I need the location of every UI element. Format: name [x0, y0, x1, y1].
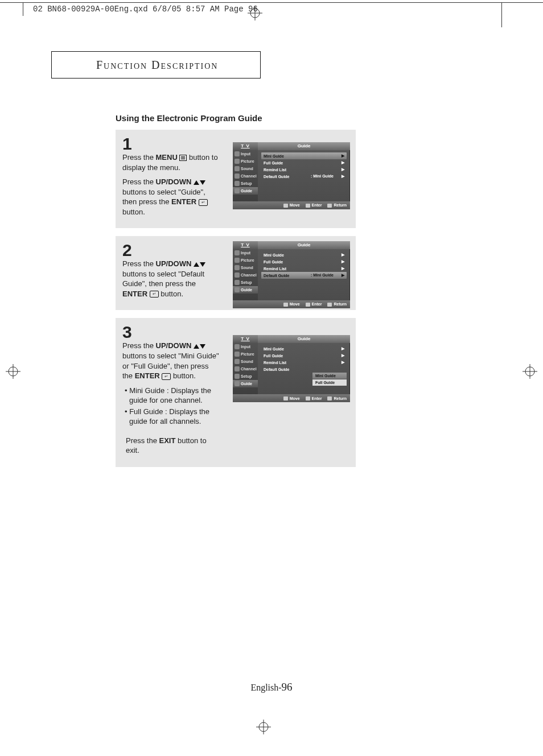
osd-title: Guide	[258, 335, 350, 343]
osd-screenshot: T VGuideInputPictureSoundChannelSetupGui…	[233, 142, 350, 209]
osd-side-item: Setup	[233, 180, 258, 187]
osd-menu-item: Remind List▶	[261, 166, 347, 173]
osd-footer-hint: Enter	[306, 203, 322, 208]
osd-menu-item: Default Guide	[261, 366, 347, 373]
osd-content: Mini Guide▶Full Guide▶Remind List▶Defaul…	[258, 343, 350, 394]
up-arrow-icon	[194, 262, 199, 267]
step-text: Press the MENU button to display the men…	[122, 152, 219, 217]
osd-menu-item: Mini Guide▶	[261, 152, 347, 159]
osd-footer: MoveEnterReturn	[233, 300, 350, 308]
page-footer: English-96	[0, 681, 543, 693]
osd-screenshot: T VGuideInputPictureSoundChannelSetupGui…	[233, 241, 350, 308]
enter-icon: ↵	[162, 373, 171, 380]
osd-content: Mini Guide▶Full Guide▶Remind List▶Defaul…	[258, 249, 350, 300]
step-text: Press the UP/DOWN buttons to select "Def…	[122, 259, 219, 299]
osd-footer: MoveEnterReturn	[233, 201, 350, 209]
osd-submenu-item: Full Guide	[312, 379, 347, 386]
down-arrow-icon	[200, 262, 205, 267]
osd-side-item: Picture	[233, 350, 258, 358]
osd-category-icon	[235, 250, 240, 255]
osd-footer-hint: Return	[327, 302, 347, 307]
section-title: Function Description	[52, 52, 260, 72]
registration-mark-icon	[248, 6, 262, 23]
osd-side-item: Setup	[233, 373, 258, 380]
osd-category-icon	[235, 151, 240, 156]
osd-tv-label: T V	[233, 142, 258, 150]
osd-footer-hint: Move	[283, 203, 300, 208]
osd-sidebar: InputPictureSoundChannelSetupGuide	[233, 343, 258, 394]
osd-category-icon	[235, 166, 240, 171]
osd-category-icon	[235, 374, 240, 379]
osd-side-item: Setup	[233, 279, 258, 286]
page: 02 BN68-00929A-00Eng.qxd 6/8/05 8:57 AM …	[0, 0, 543, 756]
osd-category-icon	[235, 188, 240, 193]
step-block: 2Press the UP/DOWN buttons to select "De…	[116, 236, 356, 310]
osd-menu-item: Mini Guide▶	[261, 345, 347, 352]
section-title-box: Function Description	[51, 51, 261, 79]
osd-category-icon	[235, 265, 240, 270]
osd-side-item: Guide	[233, 380, 258, 387]
footer-page-number: 96	[282, 681, 293, 693]
osd-menu-item: Default Guide: Mini Guide▶	[261, 173, 347, 180]
osd-side-item: Sound	[233, 165, 258, 172]
osd-footer-hint: Move	[283, 302, 300, 307]
osd-category-icon	[235, 173, 240, 179]
osd-side-item: Input	[233, 249, 258, 257]
osd-footer-hint: Enter	[306, 396, 322, 401]
osd-content: Mini Guide▶Full Guide▶Remind List▶Defaul…	[258, 150, 350, 201]
page-subtitle: Using the Electronic Program Guide	[116, 113, 262, 123]
osd-side-item: Guide	[233, 187, 258, 195]
osd-footer-hint: Return	[327, 203, 347, 208]
osd-side-item: Input	[233, 150, 258, 158]
osd-menu-item: Mini Guide▶	[261, 251, 347, 258]
osd-sidebar: InputPictureSoundChannelSetupGuide	[233, 249, 258, 300]
osd-side-item: Sound	[233, 358, 258, 365]
bullet-item: Full Guide : Displays the guide for all …	[127, 407, 219, 427]
down-arrow-icon	[200, 180, 205, 185]
step-bullets: Mini Guide : Displays the guide for one …	[122, 386, 219, 427]
osd-category-icon	[235, 258, 240, 263]
registration-mark-icon	[256, 720, 271, 737]
steps-container: 1Press the MENU button to display the me…	[116, 130, 356, 475]
osd-side-item: Picture	[233, 158, 258, 165]
osd-category-icon	[235, 181, 240, 186]
osd-category-icon	[235, 344, 240, 349]
osd-category-icon	[235, 159, 240, 164]
crop-mark	[501, 2, 502, 27]
menu-icon	[179, 155, 187, 161]
osd-category-icon	[235, 280, 240, 285]
registration-mark-icon	[523, 364, 537, 381]
osd-side-item: Channel	[233, 271, 258, 279]
osd-screenshot: T VGuideInputPictureSoundChannelSetupGui…	[233, 335, 350, 402]
osd-title: Guide	[258, 142, 350, 150]
down-arrow-icon	[200, 344, 205, 349]
osd-footer-hint: Return	[327, 396, 347, 401]
osd-side-item: Guide	[233, 286, 258, 294]
up-arrow-icon	[194, 344, 199, 349]
osd-submenu-item: Mini Guide	[312, 373, 347, 379]
osd-side-item: Input	[233, 343, 258, 350]
osd-footer: MoveEnterReturn	[233, 394, 350, 402]
crop-mark	[23, 2, 23, 16]
osd-category-icon	[235, 272, 240, 278]
step-text: Press the UP/DOWN buttons to select "Min…	[122, 341, 219, 455]
osd-menu-item: Full Guide▶	[261, 258, 347, 265]
osd-menu-item: Remind List▶	[261, 359, 347, 366]
enter-icon: ↵	[150, 291, 159, 298]
step-block: 1Press the MENU button to display the me…	[116, 130, 356, 228]
osd-category-icon	[235, 381, 240, 386]
osd-category-icon	[235, 287, 240, 292]
osd-tv-label: T V	[233, 241, 258, 249]
osd-category-icon	[235, 352, 240, 357]
up-arrow-icon	[194, 180, 199, 185]
footer-lang: English-	[250, 683, 281, 692]
osd-footer-hint: Enter	[306, 302, 322, 307]
bullet-item: Mini Guide : Displays the guide for one …	[127, 386, 219, 406]
osd-side-item: Picture	[233, 257, 258, 264]
print-header: 02 BN68-00929A-00Eng.qxd 6/8/05 8:57 AM …	[33, 5, 258, 14]
osd-sidebar: InputPictureSoundChannelSetupGuide	[233, 150, 258, 201]
osd-category-icon	[235, 366, 240, 371]
osd-menu-item: Default Guide: Mini Guide▶	[261, 272, 347, 279]
osd-side-item: Channel	[233, 172, 258, 180]
osd-category-icon	[235, 359, 240, 364]
